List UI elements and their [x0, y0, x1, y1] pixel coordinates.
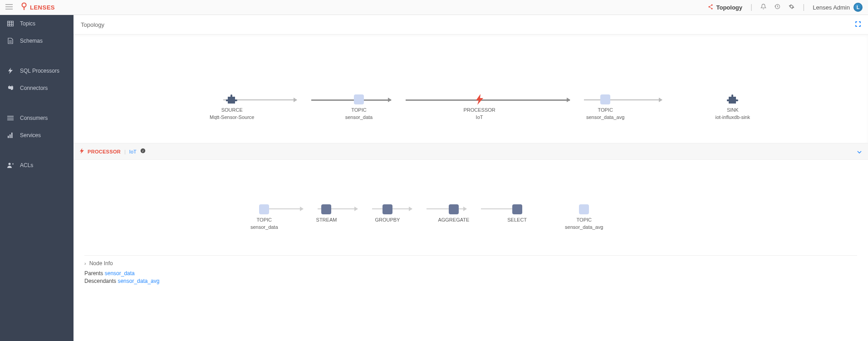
user-menu[interactable]: Lenses Admin L — [813, 3, 863, 12]
history-icon[interactable] — [775, 3, 780, 11]
sidebar-item-acls[interactable]: ACLs — [0, 157, 74, 174]
node-type: TOPIC — [351, 107, 366, 113]
separator: | — [750, 3, 752, 11]
step-icon — [321, 203, 331, 215]
brand-logo[interactable]: LENSES — [21, 2, 55, 12]
proc-node-topic-out[interactable]: TOPIC sensor_data_avg — [565, 203, 603, 230]
topology-node-processor[interactable]: PROCESSOR IoT — [463, 94, 495, 120]
node-type: TOPIC — [577, 217, 592, 222]
descendants-label: Descendants — [84, 278, 116, 284]
processor-panel-header: PROCESSOR | IoT i — [74, 143, 868, 160]
node-name: sensor_data_avg — [565, 224, 603, 230]
svg-line-8 — [709, 5, 712, 7]
parents-link[interactable]: sensor_data — [105, 270, 135, 277]
node-type: TOPIC — [257, 217, 272, 222]
step-icon — [383, 203, 392, 215]
caret-right-icon: › — [84, 261, 86, 266]
sidebar-item-schemas[interactable]: Schemas — [0, 32, 74, 49]
bell-icon[interactable] — [760, 3, 766, 11]
separator: | — [803, 3, 804, 11]
gear-icon[interactable] — [789, 3, 794, 11]
sidebar-label: Connectors — [20, 85, 48, 91]
sidebar-label: Schemas — [20, 38, 43, 44]
topology-node-source[interactable]: SOURCE Mqtt-Sensor-Source — [210, 94, 254, 120]
sidebar-label: Topics — [20, 20, 35, 27]
descendants-link[interactable]: sensor_data_avg — [118, 278, 159, 284]
sidebar-label: Services — [20, 132, 41, 138]
node-name: sensor_data_avg — [586, 114, 624, 120]
topic-icon — [259, 203, 269, 215]
node-name: sensor_data — [250, 224, 278, 230]
table-icon — [7, 21, 14, 26]
content: Topology SOURCE Mqtt-Sensor-Source — [74, 15, 868, 341]
puzzle-icon — [226, 94, 238, 105]
node-type: PROCESSOR — [463, 107, 495, 113]
bolt-icon — [80, 148, 84, 155]
proc-node-stream[interactable]: STREAM — [316, 203, 337, 222]
chevron-down-icon[interactable] — [857, 149, 862, 154]
sidebar-item-consumers[interactable]: Consumers — [0, 109, 74, 127]
user-plus-icon — [7, 163, 14, 168]
bolt-icon — [476, 94, 483, 105]
topology-label: Topology — [716, 4, 742, 11]
topology-node-topic-2[interactable]: TOPIC sensor_data_avg — [586, 94, 624, 120]
info-icon[interactable]: i — [140, 148, 146, 155]
sidebar-item-connectors[interactable]: Connectors — [0, 79, 74, 97]
node-type: STREAM — [316, 217, 337, 222]
node-type: SOURCE — [221, 107, 243, 113]
node-type: AGGREGATE — [438, 217, 469, 222]
topology-node-sink[interactable]: SINK iot-influxdb-sink — [716, 94, 750, 120]
proc-node-aggregate[interactable]: AGGREGATE — [438, 203, 469, 222]
node-name: IoT — [476, 114, 483, 120]
sidebar-label: ACLs — [20, 162, 33, 168]
node-name: sensor_data — [345, 114, 373, 120]
puzzle-icon — [727, 94, 739, 105]
bolt-icon — [7, 68, 14, 74]
processor-canvas[interactable]: TOPIC sensor_data STREAM GROUPBY AGGREGA… — [74, 160, 868, 251]
processor-name-link[interactable]: IoT — [129, 149, 137, 154]
topic-icon — [600, 94, 610, 105]
node-type: SINK — [727, 107, 739, 113]
topic-icon — [579, 203, 589, 215]
processor-label: PROCESSOR — [88, 149, 121, 154]
node-info-title-text: Node Info — [89, 260, 113, 267]
node-info-title[interactable]: › Node Info — [84, 260, 857, 267]
node-name: iot-influxdb-sink — [716, 114, 750, 120]
svg-rect-21 — [10, 134, 11, 138]
svg-line-9 — [709, 7, 712, 9]
svg-rect-20 — [8, 136, 9, 138]
lens-icon — [21, 2, 27, 12]
sidebar: Topics Schemas SQL Processors Connectors… — [0, 15, 74, 341]
plug-icon — [7, 85, 14, 91]
avatar: L — [853, 3, 863, 12]
svg-point-3 — [22, 3, 26, 7]
sidebar-item-sql-processors[interactable]: SQL Processors — [0, 62, 74, 79]
list-icon — [7, 116, 14, 120]
menu-toggle-icon[interactable] — [5, 3, 13, 11]
chart-icon — [7, 133, 14, 138]
share-icon — [708, 4, 713, 11]
header-right: Topology | | Lenses Admin L — [708, 3, 863, 12]
svg-text:i: i — [142, 149, 143, 153]
document-icon — [7, 38, 14, 44]
proc-node-select[interactable]: SELECT — [507, 203, 527, 222]
expand-icon[interactable] — [855, 20, 861, 29]
node-type: SELECT — [507, 217, 527, 222]
page-title-bar: Topology — [74, 15, 868, 35]
topic-icon — [354, 94, 364, 105]
sidebar-item-topics[interactable]: Topics — [0, 15, 74, 32]
parents-label: Parents — [84, 270, 103, 277]
node-type: GROUPBY — [375, 217, 400, 222]
proc-node-topic-in[interactable]: TOPIC sensor_data — [250, 203, 278, 230]
topology-canvas[interactable]: SOURCE Mqtt-Sensor-Source TOPIC sensor_d… — [74, 35, 868, 143]
node-type: TOPIC — [598, 107, 613, 113]
sidebar-label: Consumers — [20, 115, 48, 121]
topology-node-topic-1[interactable]: TOPIC sensor_data — [345, 94, 373, 120]
node-info-section: › Node Info Parents sensor_data Descenda… — [74, 251, 868, 295]
sidebar-item-services[interactable]: Services — [0, 127, 74, 144]
svg-point-23 — [9, 163, 11, 165]
proc-node-groupby[interactable]: GROUPBY — [375, 203, 400, 222]
node-name: Mqtt-Sensor-Source — [210, 114, 254, 120]
page-title: Topology — [81, 21, 104, 28]
topology-breadcrumb[interactable]: Topology — [708, 4, 742, 11]
